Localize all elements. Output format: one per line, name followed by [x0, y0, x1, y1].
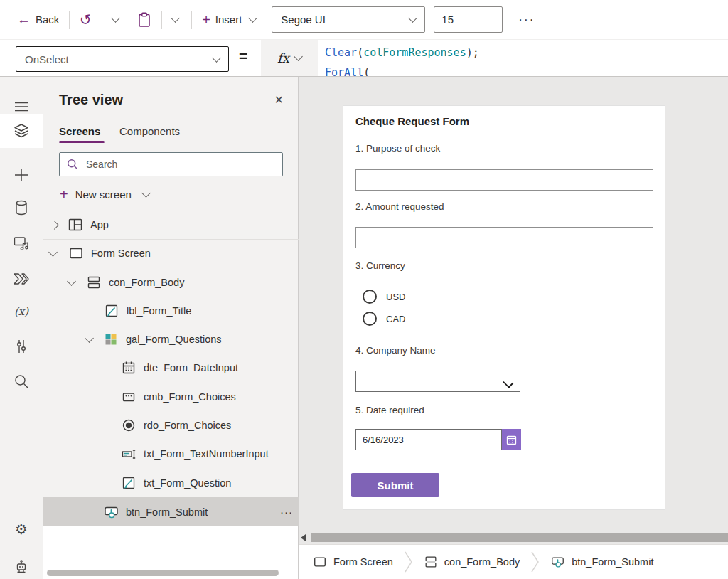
breadcrumb: Form Screen con_Form_Body	[299, 544, 728, 579]
tree-view-button[interactable]	[0, 114, 43, 148]
tree-horizontal-scrollbar[interactable]	[47, 570, 279, 576]
chevron-down-icon	[85, 334, 94, 343]
chevron-down-icon	[248, 14, 257, 23]
media-panel-button[interactable]	[0, 226, 43, 260]
tree-item-gal-form-questions[interactable]: gal_Form_Questions	[43, 325, 299, 354]
search-input[interactable]	[85, 158, 275, 171]
property-dropdown[interactable]: OnSelect	[16, 46, 229, 72]
text-input-icon	[121, 446, 136, 462]
q1-text-input[interactable]	[355, 169, 653, 191]
date-input[interactable]	[355, 429, 502, 450]
undo-icon: ↺	[79, 11, 93, 28]
toolbar-divider	[161, 11, 162, 29]
formula-line-2: ForAll(	[325, 66, 370, 76]
divider	[43, 208, 299, 208]
submit-button[interactable]: Submit	[351, 473, 439, 497]
breadcrumb-form-screen[interactable]: Form Screen	[313, 555, 393, 569]
power-apps-studio: ← Back ↺ + Insert Segoe UI	[0, 0, 728, 579]
chevron-right-icon	[50, 221, 59, 230]
left-rail: (x) ⚙	[0, 77, 43, 579]
insert-label: Insert	[215, 14, 242, 26]
chevron-down-icon	[111, 14, 120, 23]
paste-button[interactable]	[132, 7, 157, 33]
back-button[interactable]: ← Back	[11, 7, 65, 33]
active-tab-underline	[59, 141, 105, 143]
q4-label: 4. Company Name	[355, 345, 436, 356]
tree-item-dte-form-dateinput[interactable]: dte_Form_DateInput	[43, 354, 299, 382]
q2-text-input[interactable]	[355, 227, 653, 248]
property-name: OnSelect	[25, 53, 69, 65]
tab-screens[interactable]: Screens	[59, 125, 100, 137]
undo-button[interactable]: ↺	[74, 7, 97, 33]
date-picker-icon	[121, 360, 136, 376]
q5-label: 5. Date required	[355, 405, 424, 415]
chevron-down-icon	[171, 14, 180, 23]
tree-item-cmb-form-choices[interactable]: cmb_Form_Choices	[43, 383, 299, 411]
tree-item-app[interactable]: App	[43, 211, 299, 240]
tree-item-con-form-body[interactable]: con_Form_Body	[43, 268, 299, 297]
settings-button[interactable]: ⚙	[0, 512, 43, 546]
breadcrumb-btn-form-submit[interactable]: btn_Form_Submit	[550, 555, 653, 569]
search-panel-button[interactable]	[0, 364, 43, 398]
screen-icon	[313, 555, 327, 569]
toolbar-overflow-button[interactable]: ···	[518, 13, 535, 27]
date-picker-button[interactable]	[502, 429, 521, 450]
tree-item-form-screen[interactable]: Form Screen	[43, 239, 299, 267]
paste-menu-button[interactable]	[166, 7, 184, 33]
radio-option-cad[interactable]: CAD	[363, 312, 405, 326]
search-icon	[67, 159, 78, 170]
database-icon	[14, 199, 29, 216]
back-label: Back	[36, 14, 59, 26]
canvas-horizontal-scrollbar[interactable]	[311, 533, 728, 542]
formula-editor[interactable]: Clear(colFormResponses); ForAll(	[318, 40, 728, 76]
paste-icon	[137, 12, 151, 28]
robot-icon	[13, 559, 30, 576]
tree-item-btn-form-submit[interactable]: btn_Form_Submit ···	[43, 497, 299, 526]
tree-item-lbl-form-title[interactable]: lbl_Form_Title	[43, 297, 299, 325]
container-icon	[424, 555, 438, 569]
data-panel-button[interactable]	[0, 191, 43, 225]
hamburger-menu-icon	[14, 102, 28, 112]
panel-title: Tree view	[59, 92, 123, 108]
tree-item-txt-form-question[interactable]: txt_Form_Question	[43, 469, 299, 497]
chevron-down-icon	[48, 248, 58, 257]
advanced-tools-button[interactable]	[0, 329, 43, 363]
item-overflow-button[interactable]: ···	[280, 506, 293, 518]
radio-button-icon	[121, 418, 136, 433]
form-title: Cheque Request Form	[355, 115, 469, 127]
toolbar-divider	[191, 11, 192, 29]
power-automate-button[interactable]	[0, 262, 43, 296]
scroll-left-arrow[interactable]	[301, 534, 306, 541]
tree-panel-bottom	[43, 526, 298, 579]
formula-line-1: Clear(colFormResponses);	[325, 46, 479, 59]
insert-button[interactable]: + Insert	[196, 7, 262, 33]
gear-icon: ⚙	[15, 522, 28, 536]
equals-sign: =	[239, 48, 247, 65]
company-name-dropdown[interactable]	[355, 371, 520, 392]
combobox-icon	[121, 389, 136, 405]
breadcrumb-separator-icon	[405, 551, 412, 573]
top-toolbar: ← Back ↺ + Insert Segoe UI	[0, 0, 728, 40]
virtual-agent-button[interactable]	[0, 551, 43, 579]
tools-sliders-icon	[14, 339, 29, 354]
font-family-dropdown[interactable]: Segoe UI	[272, 6, 425, 33]
tab-components[interactable]: Components	[119, 125, 180, 137]
font-size-input[interactable]	[434, 14, 498, 26]
insert-panel-button[interactable]	[0, 158, 43, 192]
media-icon	[13, 235, 30, 252]
breadcrumb-con-form-body[interactable]: con_Form_Body	[424, 555, 520, 569]
plus-icon	[14, 168, 28, 182]
back-arrow-icon: ←	[17, 13, 31, 26]
new-screen-button[interactable]: + New screen	[60, 184, 149, 205]
q1-label: 1. Purpose of check	[355, 143, 440, 154]
close-icon[interactable]: ✕	[274, 93, 284, 107]
form-screen-card[interactable]: Cheque Request Form 1. Purpose of check …	[343, 105, 665, 510]
undo-menu-button[interactable]	[107, 7, 124, 33]
tree-view-panel: Tree view ✕ Screens Components + New scr…	[43, 77, 299, 579]
tree-item-rdo-form-choices[interactable]: rdo_Form_Choices	[43, 411, 299, 440]
fx-icon: fx	[277, 51, 289, 65]
fx-dropdown[interactable]: fx	[261, 40, 318, 76]
radio-option-usd[interactable]: USD	[363, 290, 405, 304]
tree-item-txt-form-textnumberinput[interactable]: txt_Form_TextNumberInput	[43, 440, 299, 468]
variables-panel-button[interactable]: (x)	[0, 294, 43, 329]
